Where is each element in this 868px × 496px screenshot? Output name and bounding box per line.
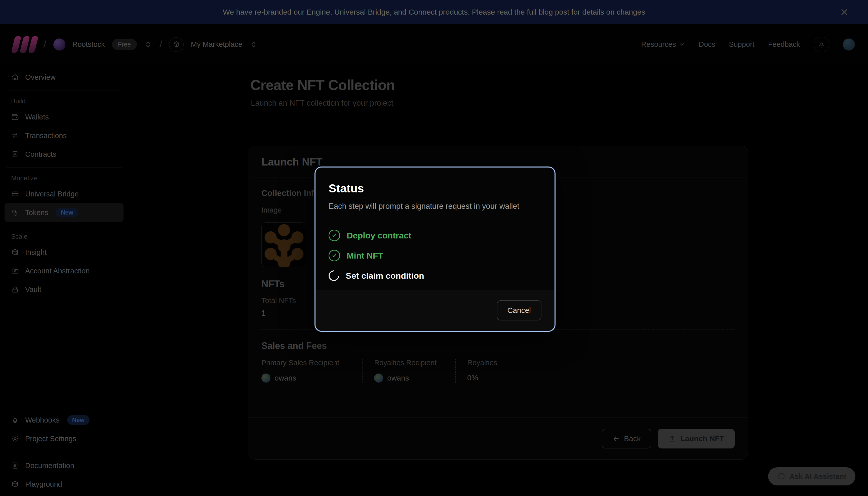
nav-support[interactable]: Support [729,40,755,48]
bell-icon [818,41,825,48]
cancel-button[interactable]: Cancel [497,300,541,321]
sidebar-group-monetize: Monetize [4,174,124,182]
recipient-avatar [374,373,383,383]
sidebar: Overview Build Wallets Transactions Cont… [0,65,128,496]
banner-text: We have re-branded our Engine, Universal… [223,8,645,16]
step-mint-nft: Mint NFT [329,246,541,266]
chevron-down-icon [679,41,685,48]
nav-resources[interactable]: Resources [641,40,685,48]
status-modal: Status Each step will prompt a signature… [314,167,556,332]
sidebar-item-universal-bridge[interactable]: Universal Bridge [4,185,124,203]
sidebar-item-playground[interactable]: Playground [4,475,124,494]
total-nfts-label: Total NFTs [261,296,296,305]
sidebar-item-account-abstraction[interactable]: Account Abstraction [4,262,124,280]
sales-heading: Sales and Fees [261,341,735,351]
spinner-icon [326,268,341,283]
nft-collection-image [261,222,306,267]
upload-icon [668,435,676,443]
sidebar-item-wallets[interactable]: Wallets [4,108,124,126]
sidebar-item-documentation[interactable]: Documentation [4,456,124,475]
royalties-value: 0% [467,373,478,382]
sidebar-item-tokens[interactable]: Tokens New [4,203,124,222]
sidebar-group-build: Build [4,97,124,105]
step-set-claim-condition: Set claim condition [329,266,541,286]
sidebar-item-webhooks[interactable]: Webhooks New [4,411,124,429]
recipient-avatar [261,373,270,383]
transactions-icon [11,131,19,140]
nav-docs[interactable]: Docs [699,40,715,48]
home-icon [11,73,19,81]
tokens-new-badge: New [56,208,78,217]
step-deploy-contract: Deploy contract [329,226,541,246]
org-name[interactable]: Rootstock [73,40,105,48]
primary-sales-recipient-value[interactable]: owans [275,374,296,382]
breadcrumb-separator: / [44,39,46,50]
page-title: Create NFT Collection [250,77,395,93]
royalties-label: Royalties [467,359,497,367]
sidebar-item-project-settings[interactable]: Project Settings [4,429,124,448]
breadcrumb-separator: / [159,39,162,50]
royalties-recipient-value[interactable]: owans [387,374,409,382]
chat-bubble-icon [777,472,785,480]
project-switcher-icon[interactable] [249,40,258,49]
wallet-icon [11,113,19,121]
banner-close-icon[interactable] [838,5,851,19]
back-button[interactable]: Back [602,429,651,448]
sidebar-item-transactions[interactable]: Transactions [4,126,124,145]
announcement-banner: We have re-branded our Engine, Universal… [0,0,868,24]
folder-icon [11,267,19,275]
webhooks-new-badge: New [67,415,90,425]
contracts-icon [11,150,19,158]
bell-icon [11,416,19,424]
sidebar-item-contracts[interactable]: Contracts [4,145,124,164]
nav-feedback[interactable]: Feedback [768,40,800,48]
modal-title: Status [329,182,541,195]
plan-badge: Free [112,39,137,50]
total-nfts-value: 1 [261,309,296,318]
org-avatar [53,38,65,50]
cube-icon [11,480,19,488]
lock-icon [11,285,19,294]
section-divider [128,129,868,129]
sidebar-item-vault[interactable]: Vault [4,280,124,299]
sidebar-group-scale: Scale [4,233,124,241]
ask-ai-assistant-button[interactable]: Ask AI Assistant [768,467,855,485]
modal-subtitle: Each step will prompt a signature reques… [329,202,541,211]
arrow-left-icon [613,435,620,443]
check-circle-icon [329,230,340,241]
primary-sales-recipient-label: Primary Sales Recipient [261,359,344,367]
card-heading: Launch NFT [249,146,748,168]
project-cube-icon [169,37,184,52]
project-name[interactable]: My Marketplace [191,40,242,48]
notifications-button[interactable] [813,37,829,52]
launch-nft-button[interactable]: Launch NFT [658,429,735,448]
insight-box-icon [11,248,19,256]
royalties-recipient-label: Royalties Recipient [374,359,437,367]
gear-icon [11,435,19,443]
sidebar-item-overview[interactable]: Overview [4,68,124,87]
bridge-card-icon [11,190,19,198]
app-header: / Rootstock Free / My Marketplace Resour… [0,24,868,65]
sidebar-item-insight[interactable]: Insight [4,243,124,262]
book-icon [11,462,19,469]
user-avatar[interactable] [843,38,855,50]
thirdweb-logo-icon[interactable] [13,36,36,53]
check-circle-icon [329,250,340,261]
coins-icon [11,208,19,217]
page-subtitle: Launch an NFT collection for your projec… [251,98,393,108]
org-switcher-icon[interactable] [144,40,153,49]
